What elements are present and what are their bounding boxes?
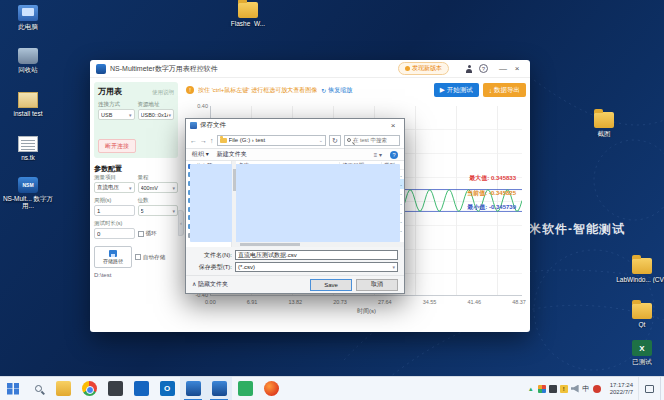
chevron-down-icon[interactable]: ⌄ — [319, 137, 323, 143]
bell-icon — [405, 66, 410, 71]
usage-hint-link[interactable]: 使用说明 — [152, 89, 174, 96]
save-button[interactable]: Save — [310, 279, 352, 291]
taskbar-file-explorer-icon[interactable] — [50, 377, 76, 400]
desktop-icon-glyph — [18, 5, 38, 21]
tray-updates-icon[interactable]: ▲ — [527, 385, 535, 393]
taskbar-chrome-icon[interactable] — [76, 377, 102, 400]
tray-tool-icon[interactable] — [549, 385, 557, 393]
clock-time: 17:17:24 — [610, 382, 633, 389]
search-box[interactable] — [344, 135, 400, 146]
address-breadcrumb[interactable]: File (G:) › test ⌄ — [217, 135, 327, 146]
filetype-select[interactable]: (*.csv) ▾ — [235, 262, 398, 272]
loop-checkbox[interactable] — [138, 231, 144, 237]
hide-folders-button[interactable]: ∧ 隐藏文件夹 — [192, 280, 228, 289]
minimize-button[interactable]: — — [496, 61, 510, 77]
taskbar-ns-app2-icon[interactable] — [206, 377, 232, 400]
taskbar-clock[interactable]: 17:17:24 2022/7/7 — [605, 382, 638, 396]
tray-security-icon[interactable] — [593, 385, 601, 393]
view-options-icon[interactable]: ≡ ▾ — [374, 151, 382, 158]
desktop-icon-label: 回收站 — [2, 66, 54, 73]
desktop-icon-tested-xlsx[interactable]: 已测试 — [616, 340, 664, 365]
taskbar-outlook-icon[interactable] — [154, 377, 180, 400]
up-button[interactable]: ↑ — [210, 137, 214, 144]
desktop-icon-screenshots[interactable]: 截图 — [578, 112, 630, 137]
digits-select[interactable]: 5 ▾ — [138, 205, 179, 216]
search-input[interactable] — [353, 137, 397, 143]
filename-input[interactable] — [235, 250, 398, 260]
taskbar-ide-icon[interactable] — [128, 377, 154, 400]
connection-type-select[interactable]: USB ▾ — [98, 109, 135, 120]
dialog-titlebar: 保存文件 × — [186, 119, 404, 132]
new-version-badge[interactable]: 发现新版本 — [398, 62, 449, 75]
chart-toolbar: ! 按住 'ctrl+鼠标左键' 进行框选可放大查看图像 ↻ 恢复缩放 ▶ 开始… — [186, 80, 526, 100]
organize-menu[interactable]: 组织 ▾ — [192, 150, 209, 159]
back-button[interactable]: ← — [190, 137, 197, 144]
tray-ime-indicator[interactable]: 中 — [582, 385, 590, 393]
place-icon — [188, 164, 194, 169]
dialog-help-icon[interactable]: ? — [390, 151, 398, 159]
start-button[interactable] — [0, 377, 26, 400]
taskbar-ns-app-icon[interactable] — [180, 377, 206, 400]
sidebar-scrollbar[interactable] — [232, 161, 236, 247]
tray-app-icon[interactable] — [538, 385, 546, 393]
autosave-checkbox[interactable] — [135, 254, 141, 260]
panel-collapse-handle[interactable]: ‹ — [178, 210, 184, 236]
period-input[interactable] — [94, 205, 135, 216]
measure-item-select[interactable]: 直流电压 ▾ — [94, 182, 135, 193]
tray-volume-icon[interactable] — [571, 385, 579, 393]
tray-warning-icon[interactable]: ! — [560, 385, 568, 393]
desktop-icon-this-pc[interactable]: 此电脑 — [2, 5, 54, 30]
x-tick-label: 34.55 — [423, 299, 437, 305]
cancel-button[interactable]: 取消 — [356, 279, 398, 291]
folder-icon — [220, 138, 227, 143]
export-data-button[interactable]: ↓ 数据导出 — [483, 83, 526, 97]
dialog-fields: 文件名(N): 保存类型(T): (*.csv) ▾ — [186, 247, 404, 275]
user-account-icon[interactable] — [465, 65, 473, 73]
desktop-icon-glyph — [18, 136, 38, 152]
action-center-button[interactable] — [638, 377, 660, 400]
dialog-file-icon — [190, 122, 197, 129]
start-test-button[interactable]: ▶ 开始测试 — [434, 83, 479, 97]
restore-zoom-button[interactable]: ↻ 恢复缩放 — [321, 86, 352, 95]
period-label: 周期(s) — [94, 197, 135, 204]
close-button[interactable]: × — [510, 61, 524, 77]
desktop-icon-flasher[interactable]: Flashe_W... — [222, 2, 274, 27]
connection-box: 万用表 使用说明 连接方式 USB ▾ 资源地址 USB0::0x1A ▾ — [94, 82, 178, 158]
range-label: 量程 — [138, 174, 179, 181]
app-icon — [82, 381, 97, 396]
desktop-icon-ns-tk[interactable]: ns.tk — [2, 136, 54, 161]
help-icon[interactable]: ? — [479, 64, 488, 73]
duration-input[interactable] — [94, 228, 135, 239]
desktop-icon-ns-multimeter[interactable]: NS-Mult... 数字万用... — [2, 177, 54, 209]
app-icon — [212, 381, 227, 396]
chevron-down-icon: ▾ — [129, 185, 132, 191]
desktop-icon-glyph — [632, 303, 652, 319]
desktop-icon-install-test[interactable]: install test — [2, 92, 54, 117]
desktop-icon-glyph — [18, 177, 38, 193]
x-tick-label: 41.46 — [467, 299, 481, 305]
x-tick-label: 13.82 — [288, 299, 302, 305]
resource-address-select[interactable]: USB0::0x1A ▾ — [138, 109, 175, 120]
refresh-icon: ↻ — [321, 87, 326, 94]
duration-label: 测试时长(s) — [94, 220, 135, 227]
storage-path-button[interactable]: 存储路径 — [94, 246, 132, 268]
sidebar-item-this-pc[interactable]: 此电脑 — [186, 162, 231, 171]
disconnect-button[interactable]: 断开连接 — [98, 139, 136, 153]
desktop-icon-labwindows[interactable]: LabWindo... (CVI) — [616, 258, 664, 283]
range-select[interactable]: 400mV ▾ — [138, 182, 179, 193]
desktop-icon-label: LabWindo... (CVI) — [616, 276, 664, 283]
warning-icon: ! — [186, 86, 194, 94]
new-folder-button[interactable]: 新建文件夹 — [217, 150, 247, 159]
show-desktop-button[interactable] — [660, 377, 664, 400]
caret-up-icon: ∧ — [192, 281, 196, 287]
taskbar-browser-icon[interactable] — [258, 377, 284, 400]
taskbar-dev-tool-icon[interactable] — [102, 377, 128, 400]
app-icon — [160, 381, 175, 396]
taskbar-search-button[interactable] — [26, 377, 50, 400]
dialog-close-button[interactable]: × — [386, 121, 400, 130]
desktop-icon-recycle-bin[interactable]: 回收站 — [2, 48, 54, 73]
desktop-icon-qt[interactable]: Qt — [616, 303, 664, 328]
forward-button[interactable]: → — [200, 137, 207, 144]
taskbar-green-app-icon[interactable] — [232, 377, 258, 400]
refresh-button[interactable]: ↻ — [329, 135, 341, 146]
